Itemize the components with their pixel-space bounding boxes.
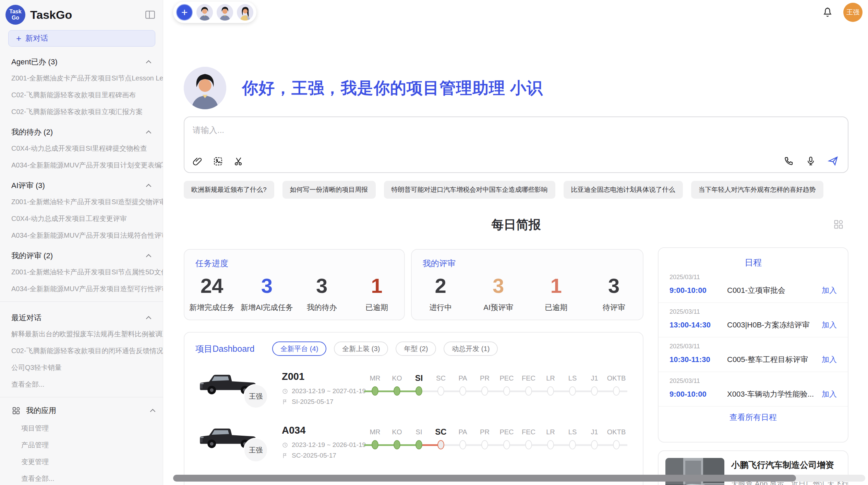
milestone-dot: [415, 440, 422, 449]
sidebar-item[interactable]: 公司Q3轻卡销量: [0, 359, 163, 376]
sidebar-item[interactable]: Z001-全新燃油轻卡产品开发项目SI节点属性5D文件评审: [0, 264, 163, 281]
milestone-dot: [547, 386, 554, 396]
view-all-schedule-link[interactable]: 查看所有日程: [659, 412, 848, 423]
sidebar-section-header[interactable]: 我的评审 (2): [0, 244, 163, 264]
milestone-cell: [430, 440, 452, 450]
session-avatar-1[interactable]: [196, 4, 213, 21]
sidebar-item-my-apps[interactable]: 我的应用: [0, 401, 163, 420]
project-owner-badge: 王强: [243, 384, 268, 409]
sidebar-item[interactable]: Z001-全新燃油皮卡产品开发项目SI节点Lesson Learn报告: [0, 70, 163, 87]
new-chat-button[interactable]: + 新对话: [8, 30, 155, 47]
milestone-label: LS: [562, 426, 583, 438]
schedule-date: 2025/03/11: [670, 343, 837, 350]
dashboard-tab[interactable]: 年型 (2): [396, 341, 436, 356]
sidebar-app-item[interactable]: 产品管理: [0, 437, 163, 453]
user-avatar[interactable]: 王强: [843, 3, 863, 22]
milestone-dot: [459, 386, 466, 396]
sidebar-item[interactable]: C02-飞腾新能源轻客改款项目里程碑画布: [0, 87, 163, 103]
dashboard-tab[interactable]: 全新平台 (4): [272, 341, 326, 356]
stat-value: 1: [371, 274, 382, 298]
milestone-cell: [540, 440, 562, 450]
scrollbar-thumb[interactable]: [173, 475, 796, 482]
join-link[interactable]: 加入: [822, 389, 837, 399]
dashboard-tab[interactable]: 全新上装 (3): [334, 341, 388, 356]
sidebar-section-header[interactable]: Agent已办 (3): [0, 50, 163, 70]
suggestion-chip[interactable]: 如何写一份清晰的项目周报: [282, 181, 376, 199]
divider: [0, 301, 163, 302]
session-switcher: +: [173, 2, 256, 23]
milestone-label: PA: [452, 372, 474, 384]
sidebar-item[interactable]: Z001-全新燃油轻卡产品开发项目SI造型提交物评审: [0, 194, 163, 210]
sidebar-section-header[interactable]: 我的待办 (2): [0, 120, 163, 140]
milestone-dot: [394, 440, 400, 449]
suggestion-chip[interactable]: 比亚迪全固态电池计划具体说了什么: [564, 181, 683, 199]
join-link[interactable]: 加入: [822, 320, 837, 330]
new-chat-label: 新对话: [25, 33, 48, 43]
chevron-up-icon: [146, 254, 152, 260]
sidebar: Task Go TaskGo + 新对话 Agent已办 (3)Z001-全新燃…: [0, 0, 163, 485]
dashboard-tab[interactable]: 动总开发 (1): [444, 341, 498, 356]
session-avatar-3[interactable]: [237, 4, 253, 21]
project-info: A034 2023-12-19 ~ 2026-01-19 SC-2025-05-…: [282, 425, 366, 459]
composer-left-tools: [192, 156, 244, 167]
topbar-right: 王强: [821, 3, 863, 22]
suggestion-chip[interactable]: 当下年轻人对汽车外观有怎样的喜好趋势: [691, 181, 823, 199]
horizontal-scrollbar[interactable]: [173, 475, 865, 482]
suggestion-chip[interactable]: 特朗普可能对进口汽车增税会对中国车企造成哪些影响: [384, 181, 555, 199]
bell-icon[interactable]: [821, 6, 834, 18]
sidebar-item[interactable]: 解释最新出台的欧盟报废车法规再生塑料比例被调至15%...: [0, 326, 163, 343]
add-session-button[interactable]: +: [176, 4, 193, 21]
milestone-cell: [562, 386, 583, 396]
stat-label: AI预评审: [483, 302, 513, 313]
phone-icon[interactable]: [783, 156, 794, 166]
sidebar-item[interactable]: A034-全新新能源MUV产品开发项目计划变更表编写: [0, 157, 163, 174]
sidebar-item[interactable]: A034-全新新能源MUV产品开发项目法规符合性评审: [0, 227, 163, 244]
sidebar-app-item[interactable]: 变更管理: [0, 453, 163, 470]
send-icon[interactable]: [827, 155, 839, 167]
sidebar-more-link[interactable]: 查看全部...: [0, 470, 163, 485]
sidebar-more-link[interactable]: 查看全部...: [0, 376, 163, 393]
project-milestone-date: SI-2025-05-17: [292, 398, 333, 406]
project-code: Z001: [282, 371, 366, 382]
chat-input-box[interactable]: 请输入...: [184, 116, 848, 173]
schedule-row: 9:00-10:00X003-车辆动力学性能验...加入: [670, 389, 837, 399]
layout-grid-icon[interactable]: [833, 219, 844, 230]
sidebar-app-item[interactable]: 项目管理: [0, 420, 163, 437]
image-upload-icon[interactable]: [213, 156, 224, 167]
milestone-cell: [452, 386, 474, 396]
project-date-range: 2023-12-19 ~ 2026-01-19: [292, 441, 366, 449]
sidebar-item[interactable]: C02-飞腾新能源轻客改款项目立项汇报方案: [0, 103, 163, 120]
stat-label: 已逾期: [365, 302, 388, 313]
milestone-cell: [583, 386, 605, 396]
suggestion-chip[interactable]: 欧洲新规最近颁布了什么?: [184, 181, 274, 199]
sidebar-item[interactable]: A034-全新新能源MUV产品开发项目造型可行性评审: [0, 281, 163, 297]
project-row: 王强 A034 2023-12-19 ~ 2026-01-19 SC-2025-…: [184, 423, 643, 475]
sidebar-section-header[interactable]: AI评审 (3): [0, 174, 163, 194]
sidebar-item[interactable]: C0X4-动力总成开发项目SI里程碑提交物检查: [0, 140, 163, 157]
milestone-dot: [503, 440, 510, 449]
sidebar-collapse-icon[interactable]: [144, 8, 157, 21]
milestone-label: OKTB: [605, 426, 627, 438]
join-link[interactable]: 加入: [822, 285, 837, 296]
milestone-track: MRKOSISCPAPRPECFECLRLSJ1OKTB: [364, 426, 627, 450]
session-avatar-2[interactable]: [217, 4, 233, 21]
section-title: AI评审 (3): [11, 181, 147, 191]
sidebar-item[interactable]: C02-飞腾新能源轻客改款项目的闭环通告反馈情况: [0, 343, 163, 359]
schedule-date: 2025/03/11: [670, 274, 837, 281]
join-link[interactable]: 加入: [822, 355, 837, 365]
sidebar-item[interactable]: C0X4-动力总成开发项目工程变更评审: [0, 210, 163, 227]
milestone-label: MR: [364, 426, 386, 438]
milestone-cell: [474, 440, 496, 450]
microphone-icon[interactable]: [805, 156, 816, 166]
project-flag: SC-2025-05-17: [282, 452, 366, 459]
logo-text-top: Task: [9, 9, 21, 15]
chevron-up-icon: [150, 409, 156, 414]
milestone-cell: [605, 440, 627, 450]
dashboard-header: 项目Dashboard 全新平台 (4)全新上装 (3)年型 (2)动总开发 (…: [184, 333, 643, 356]
milestone-cell: [496, 440, 518, 450]
sidebar-section-header[interactable]: 最近对话: [0, 306, 163, 326]
schedule-row: 13:00-14:30C003|H0B-方案冻结评审加入: [670, 320, 837, 330]
scissors-icon[interactable]: [233, 156, 244, 167]
attachment-icon[interactable]: [192, 156, 203, 167]
milestone-cell: [518, 386, 540, 396]
